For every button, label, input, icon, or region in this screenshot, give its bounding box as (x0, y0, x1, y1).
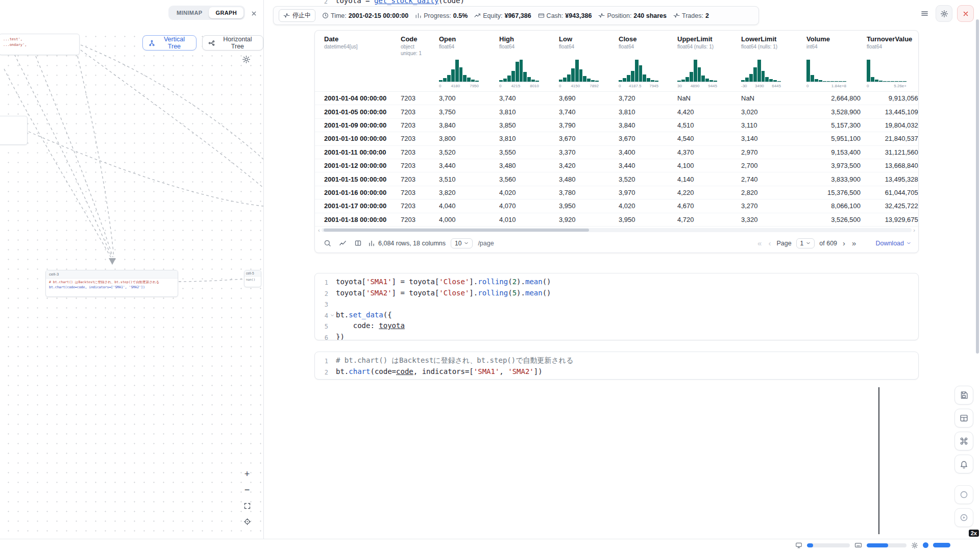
horizontal-scrollbar[interactable]: ‹ › (315, 227, 918, 234)
zoom-in-button[interactable]: + (241, 468, 253, 480)
download-button[interactable]: Download (875, 240, 911, 247)
tab-graph[interactable]: GRAPH (209, 7, 243, 18)
tray-slider-1[interactable] (807, 543, 850, 547)
stop-button[interactable] (954, 485, 973, 504)
zoom-out-button[interactable]: − (241, 484, 253, 495)
column-header-close[interactable]: Closefloat6404187.57945 (619, 35, 677, 91)
monitor-icon[interactable] (795, 542, 802, 549)
save-button[interactable] (954, 386, 973, 405)
cell-low: 3,740 (559, 108, 619, 116)
column-header-date[interactable]: Datedatetime64[us] (324, 35, 401, 91)
gear-icon[interactable] (911, 542, 918, 549)
close-icon (962, 10, 969, 17)
cell-high: 4,010 (499, 216, 559, 223)
notifications-button[interactable] (954, 455, 973, 473)
cell-upperlimit: 4,140 (677, 176, 741, 183)
column-header-volume[interactable]: Volumeint6401.84e+8 (806, 35, 867, 91)
of-pages-label: of 609 (819, 240, 837, 247)
code-cell-sma[interactable]: 1toyota['SMA1'] = toyota['Close'].rollin… (314, 273, 919, 340)
cell-open: 3,820 (439, 189, 499, 196)
hamburger-icon (920, 9, 929, 18)
cell-high: 3,850 (499, 121, 559, 129)
vertical-tree-button[interactable]: Vertical Tree (142, 35, 197, 51)
cell-code: 7203 (401, 189, 439, 196)
table-row[interactable]: 2001-01-18 00:00:0072034,0004,0103,9203,… (315, 213, 918, 227)
cell-lowerlimit: 2,970 (741, 148, 806, 156)
locate-button[interactable] (241, 516, 253, 527)
table-row[interactable]: 2001-01-04 00:00:0072033,7003,7403,6903,… (315, 92, 918, 105)
table-row[interactable]: 2001-01-10 00:00:0072033,8003,8103,6703,… (315, 132, 918, 145)
cell-lowerlimit: 2,700 (741, 162, 806, 169)
table-row[interactable]: 2001-01-12 00:00:0072033,4403,4803,4203,… (315, 159, 918, 172)
page-size-select[interactable]: 10 (451, 238, 473, 248)
cell-volume: 3,973,500 (806, 162, 867, 169)
cell-low: 3,790 (559, 121, 619, 129)
chart-view-button[interactable] (337, 238, 348, 248)
keyboard-icon[interactable] (854, 541, 862, 549)
column-header-open[interactable]: Openfloat64041807950 (439, 35, 499, 91)
graph-node-cell-5[interactable]: cell-5 nan() (244, 270, 261, 287)
cell-code: 7203 (401, 148, 439, 156)
cell-upperlimit: 4,420 (677, 108, 741, 116)
column-header-code[interactable]: Codeobjectunique: 1 (401, 35, 439, 91)
table-row[interactable]: 2001-01-16 00:00:0072033,8204,0203,7803,… (315, 186, 918, 199)
prev-page-button[interactable]: ‹ (767, 239, 772, 247)
status-item-equity: Equity:¥967,386 (474, 12, 531, 19)
scroll-right-icon[interactable]: › (913, 228, 915, 233)
next-page-button[interactable]: › (842, 239, 846, 247)
horizontal-tree-button[interactable]: Horizontal Tree (202, 35, 263, 51)
crosshair-icon (243, 518, 251, 525)
last-page-button[interactable]: » (851, 239, 857, 247)
code-cell-chart[interactable]: 1# bt.chart() はBacktestに登録され、bt.step()で自… (314, 352, 919, 380)
code-line: 1# bt.chart() はBacktestに登録され、bt.step()で自… (315, 356, 918, 367)
table-row[interactable]: 2001-01-17 00:00:0072034,0404,0703,9504,… (315, 199, 918, 213)
fold-icon[interactable] (328, 310, 336, 321)
column-header-upperlimit[interactable]: UpperLimitfloat64 (nulls: 1)3048909445 (677, 35, 741, 91)
menu-button[interactable] (918, 7, 931, 20)
play-circle-icon (960, 513, 968, 522)
horizontal-tree-label: Horizontal Tree (218, 36, 257, 50)
column-header-turnovervalue[interactable]: TurnoverValuefloat6405.26e+ (867, 35, 918, 91)
column-header-low[interactable]: Lowfloat64041507892 (559, 35, 619, 91)
graph-node-code: nan() (244, 277, 261, 282)
tray-slider-2[interactable] (867, 543, 906, 547)
close-app-button[interactable] (957, 5, 974, 22)
cell-lowerlimit: 3,020 (741, 108, 806, 116)
status-dot[interactable] (923, 542, 928, 548)
columns-button[interactable] (353, 238, 363, 248)
tab-minimap[interactable]: MINIMAP (170, 7, 209, 18)
graph-settings-button[interactable] (242, 55, 251, 64)
vertical-tree-label: Vertical Tree (158, 36, 190, 50)
fit-view-button[interactable] (241, 500, 253, 511)
close-panel-button[interactable] (248, 8, 259, 19)
graph-node-cell-3[interactable]: cell-3 # bt.chart() はBacktestに登録され、bt.st… (45, 270, 178, 297)
chevron-down-icon (906, 241, 911, 245)
cell-close: 3,950 (619, 216, 677, 223)
first-page-button[interactable]: « (756, 239, 763, 247)
search-button[interactable] (322, 238, 332, 248)
cell-high: 4,020 (499, 189, 559, 196)
column-header-high[interactable]: Highfloat64042158010 (499, 35, 559, 91)
table-row[interactable]: 2001-01-11 00:00:0072033,5203,5503,3703,… (315, 146, 918, 159)
clock-icon (322, 12, 329, 19)
graph-node-clipped[interactable] (0, 116, 28, 145)
card-icon (538, 12, 545, 19)
fullscreen-icon (243, 502, 251, 510)
main-scrollbar[interactable] (976, 19, 979, 354)
horizontal-scrollbar-track[interactable] (322, 228, 912, 232)
keyboard-shortcuts-button[interactable] (954, 432, 973, 450)
horizontal-scrollbar-thumb[interactable] (324, 229, 589, 232)
run-button[interactable] (954, 508, 973, 527)
cell-upperlimit: 4,220 (677, 189, 741, 196)
table-row[interactable]: 2001-01-09 00:00:0072033,8403,8503,7903,… (315, 119, 918, 132)
layout-button[interactable] (954, 409, 973, 428)
graph-node-fragment[interactable]: ...test', ...ondary', (0, 34, 80, 55)
column-histogram (559, 60, 599, 82)
table-footer: 6,084 rows, 18 columns 10 /page « ‹ Page… (315, 234, 918, 253)
page-number-select[interactable]: 1 (796, 238, 815, 248)
table-row[interactable]: 2001-01-15 00:00:0072033,5103,5603,4803,… (315, 172, 918, 186)
scroll-left-icon[interactable]: ‹ (318, 228, 320, 233)
table-row[interactable]: 2001-01-05 00:00:0072033,7503,8103,7403,… (315, 105, 918, 118)
column-header-lowerlimit[interactable]: LowerLimitfloat64 (nulls: 1)-3034906445 (741, 35, 806, 91)
settings-button[interactable] (936, 5, 952, 22)
